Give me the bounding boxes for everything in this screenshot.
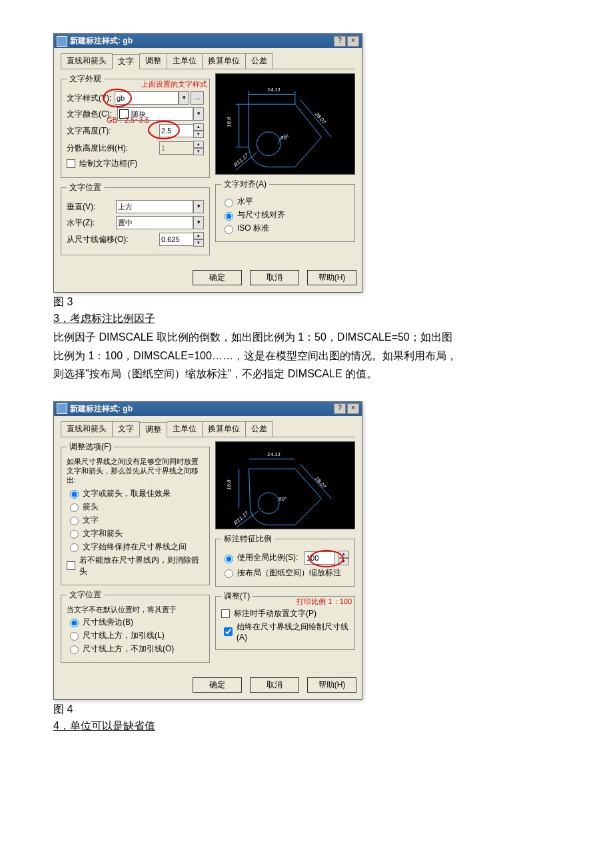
tab-alt-units[interactable]: 换算单位	[202, 421, 246, 437]
legend-fit: 调整选项(F)	[67, 441, 114, 453]
close-icon[interactable]: ×	[347, 403, 359, 414]
label-horizontal: 水平(Z):	[67, 217, 116, 229]
svg-text:16.6: 16.6	[226, 479, 232, 490]
dialog-body: 直线和箭头 文字 调整 主单位 换算单位 公差 调整选项(F) 如果尺寸界线之间…	[54, 416, 362, 673]
radio-beside[interactable]: 尺寸线旁边(B)	[67, 617, 204, 628]
tab-lines-arrows[interactable]: 直线和箭头	[61, 53, 113, 69]
group-text-appearance: 文字外观 上面设置的文字样式 文字样式(Y): ▾ … 文字颜色(C): 随块	[61, 73, 210, 178]
spinner[interactable]: ▴▾	[338, 551, 349, 565]
horizontal-combo[interactable]	[116, 216, 193, 229]
para-3a: 比例因子 DIMSCALE 取比例的倒数，如出图比例为 1：50，DIMSCAL…	[53, 329, 560, 346]
label-draw-frame: 绘制文字边框(F)	[79, 158, 137, 169]
radio-layout-scale[interactable]: 按布局（图纸空间）缩放标注	[221, 567, 349, 579]
note-above: 上面设置的文字样式	[141, 79, 207, 89]
help-button[interactable]: 帮助(H)	[307, 677, 356, 693]
global-scale-input[interactable]	[305, 551, 335, 565]
button-row: 确定 取消 帮助(H)	[54, 266, 362, 292]
ok-button[interactable]: 确定	[193, 270, 242, 285]
tab-lines-arrows[interactable]: 直线和箭头	[61, 421, 113, 437]
titlebar[interactable]: 新建标注样式: gb ? ×	[54, 34, 362, 48]
svg-text:60°: 60°	[279, 496, 287, 502]
radio-over-leader[interactable]: 尺寸线上方，加引线(L)	[67, 630, 204, 641]
button-row: 确定 取消 帮助(H)	[54, 673, 362, 699]
radio-arrows[interactable]: 箭头	[67, 501, 204, 513]
group-adjust: 调整(T) 打印比例 1：100 标注时手动放置文字(P) 始终在尺寸界线之间绘…	[215, 591, 355, 650]
text-style-combo[interactable]	[115, 91, 179, 105]
check-suppress-arrows[interactable]: 若不能放在尺寸界线内，则消除箭头	[67, 555, 204, 577]
label-offset: 从尺寸线偏移(O):	[67, 234, 159, 245]
close-icon[interactable]: ×	[347, 36, 359, 47]
dim-angle: 60°	[281, 135, 289, 141]
radio-horizontal[interactable]: 水平	[221, 196, 349, 207]
figure-4-caption: 图 4	[53, 703, 560, 717]
chevron-down-icon[interactable]: ▾	[193, 200, 204, 213]
help-icon[interactable]: ?	[334, 36, 346, 47]
text-place-intro: 当文字不在默认位置时，将其置于	[67, 605, 204, 615]
dim-top: 14.11	[267, 87, 281, 93]
tab-strip: 直线和箭头 文字 调整 主单位 换算单位 公差	[61, 421, 355, 437]
gb-note: GB：2.5~3.5	[107, 115, 149, 125]
spinner[interactable]: ▴▾	[193, 123, 204, 138]
cancel-button[interactable]: 取消	[250, 677, 299, 693]
legend-align: 文字对齐(A)	[221, 179, 269, 190]
radio-with-dimline[interactable]: 与尺寸线对齐	[221, 209, 349, 221]
app-icon	[57, 403, 67, 414]
legend-adjust: 调整(T)	[221, 591, 253, 602]
tab-text[interactable]: 文字	[112, 421, 140, 437]
cancel-button[interactable]: 取消	[250, 270, 299, 285]
tab-tolerance[interactable]: 公差	[245, 421, 273, 437]
chevron-down-icon[interactable]: ▾	[193, 216, 204, 229]
chevron-down-icon[interactable]: ▾	[193, 107, 204, 121]
vertical-combo[interactable]	[116, 200, 193, 213]
checkbox-frame[interactable]	[67, 159, 75, 168]
chevron-down-icon[interactable]: ▾	[179, 91, 189, 105]
tab-primary-units[interactable]: 主单位	[167, 53, 203, 69]
radio-best-fit[interactable]: 文字或箭头，取最佳效果	[67, 488, 204, 499]
legend-position: 文字位置	[67, 182, 104, 193]
titlebar[interactable]: 新建标注样式: gb ? ×	[54, 402, 362, 416]
group-text-align: 文字对齐(A) 水平 与尺寸线对齐 ISO 标准	[215, 179, 355, 242]
preview-pane: 14.11 16.6 28.07 60° R11.17	[215, 73, 355, 175]
offset-input[interactable]	[159, 233, 194, 246]
ellipsis-button[interactable]: …	[191, 91, 204, 105]
group-text-placement: 文字位置 当文字不在默认位置时，将其置于 尺寸线旁边(B) 尺寸线上方，加引线(…	[61, 589, 210, 663]
fit-intro: 如果尺寸界线之间没有足够空间同时放置文字和箭头，那么首先从尺寸界线之间移出:	[67, 457, 204, 485]
dialog-title: 新建标注样式: gb	[70, 403, 332, 415]
radio-over-noleader[interactable]: 尺寸线上方，不加引线(O)	[67, 643, 204, 655]
para-3b: 比例为 1：100，DIMSCALE=100……，这是在模型空间出图的情况。如果…	[53, 347, 560, 365]
para-3c: 则选择"按布局（图纸空间）缩放标注"，不必指定 DIMSCALE 的值。	[53, 365, 560, 383]
tab-primary-units[interactable]: 主单位	[167, 421, 203, 437]
preview-pane: 14.11 16.6 28.07 60° R11.17	[215, 441, 355, 529]
tab-fit[interactable]: 调整	[139, 422, 167, 437]
section-4-title: 4，单位可以是缺省值	[53, 719, 560, 733]
legend-appearance: 文字外观	[67, 73, 104, 85]
figure-3-caption: 图 3	[53, 295, 560, 309]
svg-text:28.07: 28.07	[313, 475, 327, 490]
tab-fit[interactable]: 调整	[139, 53, 167, 69]
ok-button[interactable]: 确定	[193, 677, 242, 693]
tab-strip: 直线和箭头 文字 调整 主单位 换算单位 公差	[61, 53, 355, 69]
dialog-title: 新建标注样式: gb	[70, 35, 332, 47]
help-icon[interactable]: ?	[334, 403, 346, 414]
radio-iso[interactable]: ISO 标准	[221, 223, 349, 234]
svg-point-9	[258, 493, 279, 514]
red-print-ratio: 打印比例 1：100	[297, 597, 352, 607]
radio-always-inside[interactable]: 文字始终保持在尺寸界线之间	[67, 541, 204, 553]
dialog-text-style: 新建标注样式: gb ? × 直线和箭头 文字 调整 主单位 换算单位 公差 文…	[53, 33, 362, 293]
label-vertical: 垂直(V):	[67, 201, 116, 213]
spinner[interactable]: ▴▾	[193, 232, 204, 247]
radio-global-scale[interactable]: 使用全局比例(S): ▴▾	[221, 551, 349, 565]
check-always-draw[interactable]: 始终在尺寸界线之间绘制尺寸线(A)	[221, 621, 349, 642]
text-height-input[interactable]	[159, 124, 194, 137]
radio-text-arrows[interactable]: 文字和箭头	[67, 528, 204, 539]
radio-text[interactable]: 文字	[67, 515, 204, 526]
tab-alt-units[interactable]: 换算单位	[202, 53, 246, 69]
label-frac-scale: 分数高度比例(H):	[67, 143, 159, 154]
tab-text[interactable]: 文字	[112, 54, 140, 69]
group-text-position: 文字位置 垂直(V): ▾ 水平(Z): ▾ 从尺寸线偏移(O):	[61, 182, 210, 255]
app-icon	[57, 36, 67, 47]
help-button[interactable]: 帮助(H)	[307, 270, 356, 285]
svg-line-7	[301, 99, 332, 137]
check-manual-place[interactable]: 标注时手动放置文字(P)	[221, 608, 349, 619]
tab-tolerance[interactable]: 公差	[245, 53, 273, 69]
